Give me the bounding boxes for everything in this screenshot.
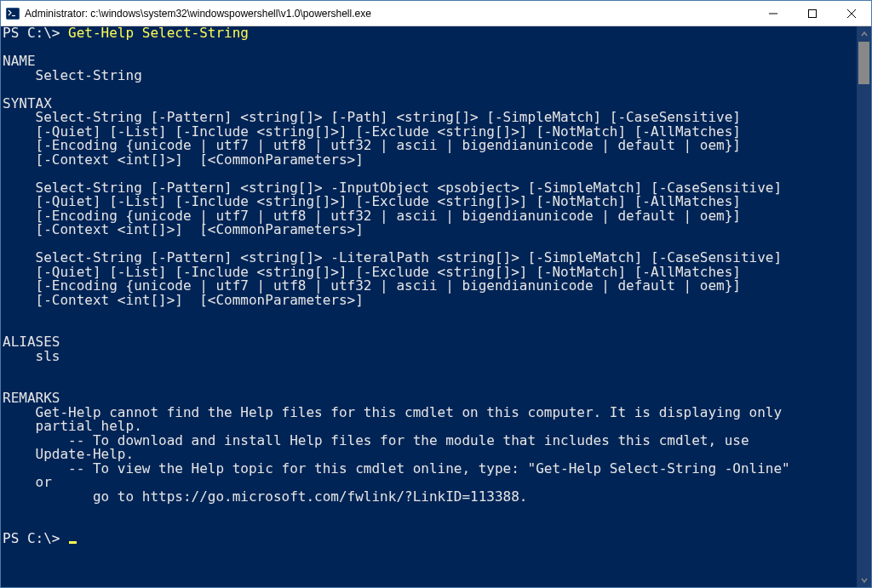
output-line: -- To view the Help topic for this cmdle… [3,460,790,477]
powershell-window: Administrator: c:\windows\system32\windo… [0,0,872,588]
window-controls [754,1,871,26]
command-text: Get-Help Select-String [68,26,249,41]
minimize-button[interactable] [754,1,793,26]
output-line: Select-String [3,67,142,83]
console-area: PS C:\> Get-Help Select-String NAME Sele… [1,26,871,587]
prompt-text: PS C:\> [3,530,68,546]
svg-rect-0 [7,8,20,19]
scroll-up-arrow-icon[interactable] [857,26,871,41]
svg-rect-3 [809,9,817,17]
scroll-down-arrow-icon[interactable] [857,573,871,587]
titlebar[interactable]: Administrator: c:\windows\system32\windo… [1,1,871,26]
console-output[interactable]: PS C:\> Get-Help Select-String NAME Sele… [1,26,857,587]
cursor [69,541,77,544]
maximize-button[interactable] [793,1,832,26]
output-line: [-Context <int[]>] [<CommonParameters>] [3,221,364,237]
output-line: sls [3,348,60,364]
powershell-icon [6,7,20,20]
window-title: Administrator: c:\windows\system32\windo… [25,1,754,26]
output-line: [-Context <int[]>] [<CommonParameters>] [3,292,364,308]
output-line: go to https://go.microsoft.com/fwlink/?L… [3,488,528,505]
close-button[interactable] [832,1,871,26]
output-line: [-Context <int[]>] [<CommonParameters>] [3,151,364,168]
scroll-thumb[interactable] [858,42,869,84]
prompt-text: PS C:\> [3,26,68,41]
scrollbar-vertical[interactable] [857,26,871,587]
